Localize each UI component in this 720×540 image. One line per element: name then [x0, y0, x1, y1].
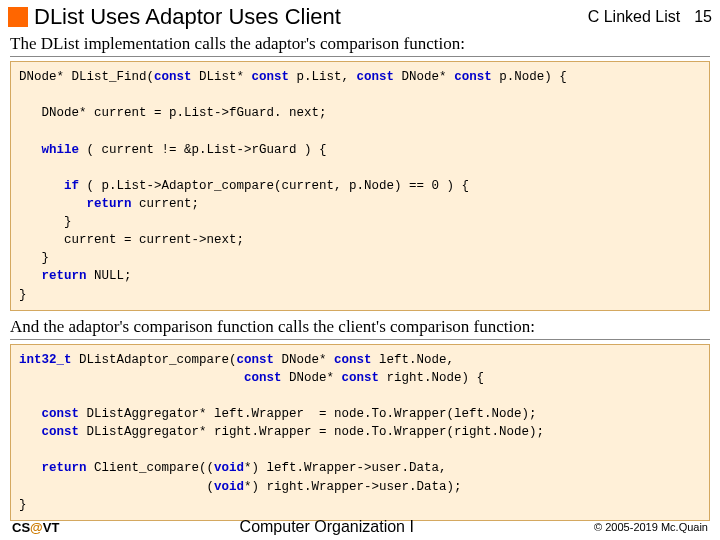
code-text: Client_compare((: [87, 461, 215, 475]
slide-footer: CS@VT Computer Organization I © 2005-201…: [0, 518, 720, 536]
keyword-void: void: [214, 480, 244, 494]
slide-title: DList Uses Adaptor Uses Client: [34, 4, 588, 30]
keyword-int32: int32_t: [19, 353, 72, 367]
code-text: *) right.Wrapper->user.Data);: [244, 480, 462, 494]
footer-left: CS@VT: [12, 520, 59, 535]
footer-cs: CS: [12, 520, 30, 535]
keyword-const: const: [237, 353, 275, 367]
keyword-if: if: [64, 179, 79, 193]
code-text: DListAggregator* left.Wrapper = node.To.…: [79, 407, 537, 421]
keyword-return: return: [42, 269, 87, 283]
code-text: DNode* DList_Find(: [19, 70, 154, 84]
code-block-1: DNode* DList_Find(const DList* const p.L…: [10, 61, 710, 311]
code-text: }: [19, 288, 27, 302]
intro-text-2: And the adaptor's comparison function ca…: [10, 317, 710, 340]
keyword-const: const: [252, 70, 290, 84]
code-text: p.Node) {: [492, 70, 567, 84]
code-text: p.List,: [289, 70, 357, 84]
code-text: }: [19, 215, 72, 229]
keyword-const: const: [334, 353, 372, 367]
footer-copyright: © 2005-2019 Mc.Quain: [594, 521, 708, 533]
footer-center: Computer Organization I: [59, 518, 594, 536]
code-text: DListAggregator* right.Wrapper = node.To…: [79, 425, 544, 439]
code-text: DListAdaptor_compare(: [72, 353, 237, 367]
code-text: current = current->next;: [19, 233, 244, 247]
code-text: [19, 425, 42, 439]
code-text: DNode* current = p.List->fGuard. next;: [19, 106, 327, 120]
code-text: ( p.List->Adaptor_compare(current, p.Nod…: [79, 179, 469, 193]
keyword-return: return: [87, 197, 132, 211]
keyword-const: const: [357, 70, 395, 84]
code-text: [19, 461, 42, 475]
header-bullet-icon: [8, 7, 28, 27]
code-text: }: [19, 251, 49, 265]
page-number: 15: [694, 8, 712, 26]
slide-content: The DList implementation calls the adapt…: [0, 32, 720, 521]
intro-text-1: The DList implementation calls the adapt…: [10, 34, 710, 57]
code-block-2: int32_t DListAdaptor_compare(const DNode…: [10, 344, 710, 521]
code-text: [19, 371, 244, 385]
keyword-const: const: [454, 70, 492, 84]
keyword-const: const: [154, 70, 192, 84]
code-text: NULL;: [87, 269, 132, 283]
code-text: current;: [132, 197, 200, 211]
code-text: [19, 407, 42, 421]
footer-vt: VT: [43, 520, 60, 535]
keyword-const: const: [42, 425, 80, 439]
code-text: *) left.Wrapper->user.Data,: [244, 461, 447, 475]
keyword-const: const: [342, 371, 380, 385]
keyword-while: while: [42, 143, 80, 157]
keyword-const: const: [42, 407, 80, 421]
footer-at-icon: @: [30, 520, 43, 535]
code-text: [19, 197, 87, 211]
code-text: left.Node,: [372, 353, 455, 367]
code-text: [19, 269, 42, 283]
code-text: [19, 179, 64, 193]
code-text: }: [19, 498, 27, 512]
keyword-void: void: [214, 461, 244, 475]
code-text: DNode*: [274, 353, 334, 367]
slide-header: DList Uses Adaptor Uses Client C Linked …: [0, 0, 720, 32]
keyword-return: return: [42, 461, 87, 475]
code-text: ( current != &p.List->rGuard ) {: [79, 143, 327, 157]
code-text: DNode*: [394, 70, 454, 84]
code-text: [19, 143, 42, 157]
code-text: DNode*: [282, 371, 342, 385]
code-text: (: [19, 480, 214, 494]
slide-subtitle: C Linked List: [588, 8, 681, 26]
code-text: right.Node) {: [379, 371, 484, 385]
keyword-const: const: [244, 371, 282, 385]
code-text: DList*: [192, 70, 252, 84]
